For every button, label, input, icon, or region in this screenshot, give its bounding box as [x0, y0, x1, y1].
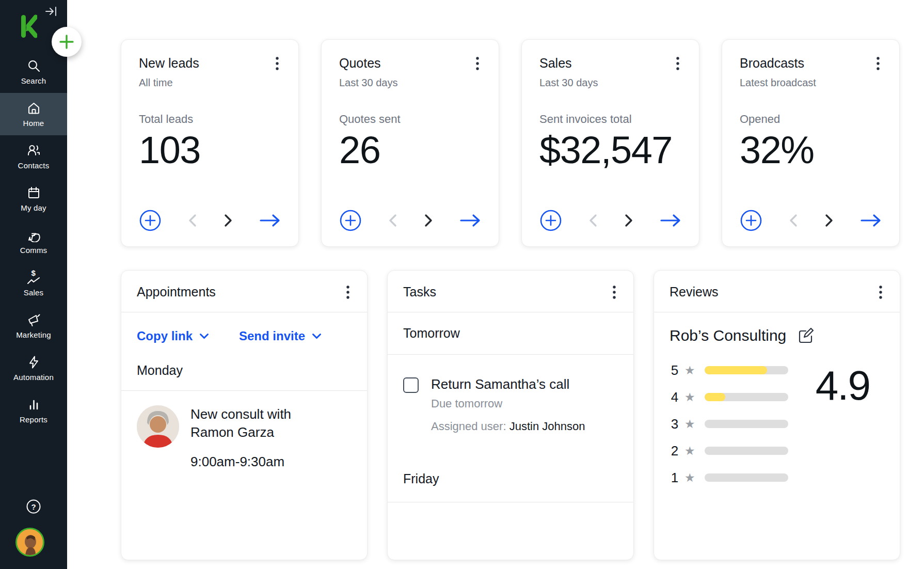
arrow-right-icon — [660, 214, 681, 227]
card-menu-button[interactable] — [471, 56, 484, 71]
next-button[interactable] — [224, 214, 233, 227]
lightning-icon — [27, 355, 41, 369]
card-menu-button[interactable] — [341, 285, 355, 299]
tasks-section-label: Friday — [388, 433, 633, 502]
send-invite-button[interactable]: Send invite — [239, 329, 322, 343]
arrow-right-icon — [860, 214, 882, 227]
kebab-icon — [613, 286, 616, 299]
stat-card-row: New leads All time Total leads 103 — [121, 39, 900, 247]
sidebar-item-contacts[interactable]: Contacts — [0, 135, 67, 178]
card-menu-button[interactable] — [671, 56, 684, 71]
sidebar-item-home[interactable]: Home — [0, 93, 67, 135]
user-avatar[interactable] — [15, 528, 44, 557]
sidebar-item-comms[interactable]: Comms — [0, 220, 67, 262]
prev-button[interactable] — [588, 214, 598, 227]
rating-bar — [705, 420, 788, 428]
open-report-button[interactable] — [660, 214, 681, 227]
open-report-button[interactable] — [860, 214, 882, 227]
rating-star-count: 4 — [670, 389, 680, 405]
chevron-left-icon — [588, 214, 598, 227]
task-title: Return Samantha’s call — [431, 376, 585, 392]
rating-bar — [705, 393, 788, 401]
business-name: Rob’s Consulting — [670, 327, 786, 344]
prev-button[interactable] — [388, 214, 397, 227]
sidebar-item-my-day[interactable]: My day — [0, 178, 67, 220]
sidebar-item-reports[interactable]: Reports — [0, 389, 67, 432]
metric-value: 26 — [339, 128, 481, 172]
sidebar-item-label: Search — [21, 76, 46, 85]
sidebar-item-label: Home — [23, 119, 44, 128]
plus-circle-icon — [339, 209, 362, 232]
sidebar-item-label: Comms — [20, 246, 47, 255]
next-button[interactable] — [824, 214, 834, 227]
overall-rating: 4.9 — [816, 362, 870, 409]
sidebar-item-sales[interactable]: $ Sales — [0, 262, 67, 305]
open-report-button[interactable] — [459, 214, 481, 227]
task-checkbox[interactable] — [403, 377, 419, 393]
calendar-icon — [27, 186, 41, 200]
sidebar-item-label: My day — [21, 203, 46, 212]
kebab-icon — [877, 57, 880, 70]
keap-logo[interactable] — [21, 14, 37, 38]
card-menu-button[interactable] — [871, 56, 885, 71]
help-button[interactable]: ? — [0, 499, 67, 514]
open-report-button[interactable] — [259, 214, 281, 227]
sidebar-item-search[interactable]: Search — [0, 51, 67, 93]
prev-button[interactable] — [188, 214, 197, 227]
sidebar-item-label: Reports — [20, 415, 47, 424]
add-button[interactable] — [740, 209, 762, 232]
rating-star-count: 3 — [670, 416, 680, 432]
collapse-sidebar-button[interactable] — [43, 4, 60, 19]
edit-business-button[interactable] — [798, 327, 814, 344]
metric-label: Quotes sent — [339, 113, 481, 126]
card-menu-button[interactable] — [608, 285, 621, 299]
sidebar: Search Home Contacts My day — [0, 0, 67, 569]
appointment-item[interactable]: New consult with Ramon Garza 9:00am-9:30… — [121, 391, 367, 484]
sidebar-item-marketing[interactable]: Marketing — [0, 305, 67, 347]
rating-bar — [705, 473, 788, 482]
sidebar-item-label: Marketing — [16, 330, 51, 339]
star-icon: ★ — [684, 472, 695, 484]
edit-icon — [798, 327, 814, 344]
widget-card-row: Appointments Copy link Send invite Monda… — [121, 270, 900, 560]
appointments-day-label: Monday — [121, 347, 367, 390]
rating-star-count: 5 — [670, 362, 680, 378]
next-button[interactable] — [624, 214, 633, 227]
rating-bar — [705, 366, 788, 374]
sidebar-item-automation[interactable]: Automation — [0, 347, 67, 389]
task-assigned-user: Justin Johnson — [509, 420, 585, 433]
plus-icon — [59, 34, 74, 50]
task-assigned: Assigned user: Justin Johnson — [431, 420, 585, 433]
kebab-icon — [476, 57, 479, 70]
rating-star-count: 2 — [670, 443, 680, 459]
chevron-right-icon — [824, 214, 834, 227]
search-icon — [27, 59, 41, 73]
stat-card-broadcasts: Broadcasts Latest broadcast Opened 32% — [722, 39, 900, 247]
add-button[interactable] — [539, 209, 562, 232]
metric-value: 32% — [740, 128, 882, 172]
plus-circle-icon — [139, 209, 162, 232]
sidebar-item-label: Sales — [24, 288, 44, 297]
chevron-left-icon — [789, 214, 798, 227]
sidebar-item-label: Automation — [13, 373, 54, 382]
prev-button[interactable] — [789, 214, 798, 227]
card-menu-button[interactable] — [874, 285, 887, 299]
add-button[interactable] — [339, 209, 362, 232]
star-icon: ★ — [684, 418, 695, 430]
rating-star-count: 1 — [670, 470, 680, 486]
kebab-icon — [276, 57, 279, 70]
add-button[interactable] — [139, 209, 162, 232]
next-button[interactable] — [424, 214, 433, 227]
chevron-right-icon — [424, 214, 433, 227]
quick-add-button[interactable] — [52, 27, 82, 57]
tasks-section-label: Tomorrow — [388, 312, 633, 354]
card-menu-button[interactable] — [270, 56, 284, 71]
kebab-icon — [879, 286, 882, 299]
appointment-title: New consult with Ramon Garza — [190, 405, 338, 441]
arrow-right-icon — [259, 214, 281, 227]
rating-distribution: 5 ★ 4 ★ 3 ★ 2 ★ — [654, 349, 900, 491]
copy-link-button[interactable]: Copy link — [137, 329, 209, 343]
card-title: Quotes — [339, 56, 381, 71]
chevron-right-icon — [224, 214, 233, 227]
metric-label: Sent invoices total — [539, 113, 681, 126]
